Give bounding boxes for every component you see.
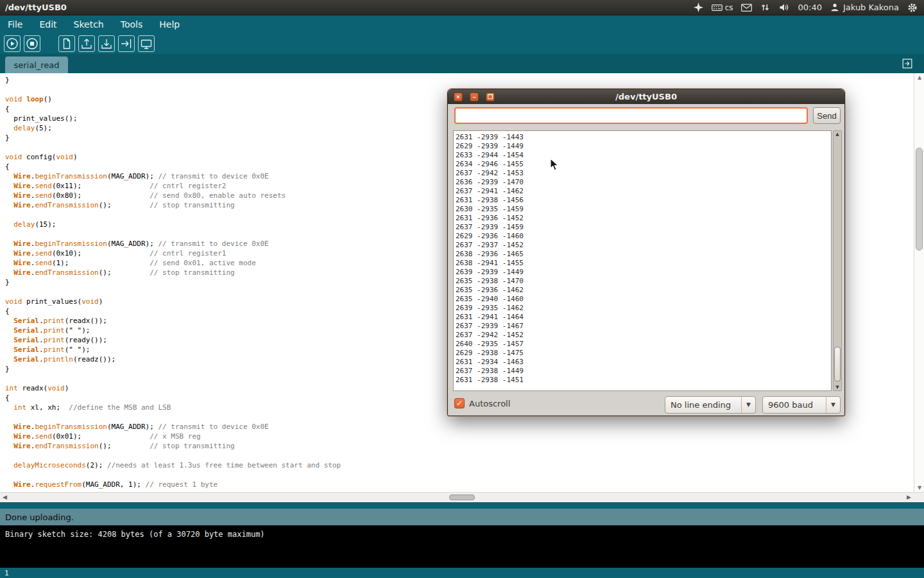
- baud-rate-dropdown[interactable]: 9600 baud ▼: [762, 396, 841, 414]
- baud-rate-value: 9600 baud: [763, 400, 826, 410]
- user-menu[interactable]: Jakub Kakona: [830, 3, 899, 12]
- serial-scroll-up-icon[interactable]: ▲: [834, 132, 841, 137]
- serial-send-input[interactable]: [454, 107, 808, 124]
- screen: /dev/ttyUSB0 cs 00:40: [0, 0, 924, 578]
- mouse-cursor: [550, 158, 559, 171]
- menu-help[interactable]: Help: [159, 19, 180, 30]
- window-controls: × – ❒: [448, 92, 495, 101]
- editor-vertical-scrollbar[interactable]: ▲ ▼: [914, 73, 924, 492]
- save-button[interactable]: [98, 35, 115, 52]
- system-panel: /dev/ttyUSB0 cs 00:40: [0, 0, 924, 15]
- console-text: Binary sketch size: 4208 bytes (of a 307…: [5, 530, 265, 539]
- toolbar: [0, 33, 924, 54]
- autoscroll-checkbox[interactable]: ✓: [454, 398, 465, 408]
- menu-bar: File Edit Sketch Tools Help: [0, 15, 924, 33]
- keyboard-icon: [712, 3, 723, 12]
- menu-tools[interactable]: Tools: [121, 19, 143, 30]
- verify-button[interactable]: [4, 35, 21, 52]
- clock-indicator[interactable]: 00:40: [798, 3, 821, 12]
- menu-sketch[interactable]: Sketch: [74, 19, 104, 30]
- tab-serial-read[interactable]: serial_read: [5, 57, 68, 73]
- serial-scroll-thumb[interactable]: [834, 347, 841, 381]
- tab-strip: serial_read: [0, 54, 924, 73]
- horizontal-scroll-thumb[interactable]: [449, 495, 475, 500]
- status-divider: [0, 502, 924, 509]
- open-button[interactable]: [78, 35, 95, 52]
- line-ending-dropdown[interactable]: No line ending ▼: [665, 396, 756, 414]
- upload-button[interactable]: [118, 35, 135, 52]
- console-output: Binary sketch size: 4208 bytes (of a 307…: [0, 525, 924, 568]
- minimize-button[interactable]: –: [470, 92, 479, 101]
- scroll-up-icon[interactable]: ▲: [914, 74, 924, 80]
- editor-horizontal-scrollbar[interactable]: ◀ ▶: [0, 492, 924, 502]
- scroll-down-icon[interactable]: ▼: [914, 485, 924, 491]
- keyboard-layout-label: cs: [725, 3, 733, 12]
- user-icon: [830, 3, 839, 12]
- autoscroll-label: Autoscroll: [469, 399, 510, 408]
- status-bar: Done uploading.: [0, 509, 924, 525]
- current-line-number: 1: [4, 569, 9, 577]
- volume-icon[interactable]: [778, 3, 789, 12]
- chevron-down-icon: ▼: [826, 397, 840, 413]
- keyboard-layout-indicator[interactable]: cs: [712, 3, 733, 12]
- line-indicator-bar: 1: [0, 568, 924, 578]
- network-sync-icon[interactable]: [760, 3, 770, 12]
- mail-icon[interactable]: [741, 3, 752, 12]
- user-name-label: Jakub Kakona: [843, 3, 899, 12]
- serial-monitor-button[interactable]: [138, 35, 155, 52]
- serial-monitor-titlebar[interactable]: /dev/ttyUSB0 × – ❒: [448, 89, 844, 104]
- serial-scroll-down-icon[interactable]: ▼: [834, 385, 841, 390]
- new-sketch-button[interactable]: [58, 35, 75, 52]
- scroll-right-icon[interactable]: ▶: [907, 494, 911, 500]
- status-message: Done uploading.: [5, 512, 74, 522]
- indicator-star-icon[interactable]: [694, 3, 703, 12]
- chevron-down-icon: ▼: [741, 397, 755, 413]
- scroll-left-icon[interactable]: ◀: [3, 494, 7, 500]
- stop-button[interactable]: [24, 35, 40, 52]
- serial-output[interactable]: 2631 -2939 -14432629 -2939 -14492633 -29…: [453, 130, 832, 391]
- vertical-scroll-thumb[interactable]: [916, 148, 923, 250]
- menu-edit[interactable]: Edit: [39, 19, 56, 30]
- serial-monitor-title: /dev/ttyUSB0: [448, 92, 844, 101]
- panel-window-title: /dev/ttyUSB0: [0, 3, 67, 12]
- line-ending-value: No line ending: [665, 400, 741, 410]
- system-tray: cs 00:40 Jakub Kakona: [694, 3, 924, 13]
- tab-label: serial_read: [13, 60, 59, 70]
- gear-icon[interactable]: [907, 3, 918, 13]
- maximize-button[interactable]: ❒: [486, 92, 495, 101]
- tab-menu-button[interactable]: [901, 57, 914, 70]
- menu-file[interactable]: File: [8, 19, 22, 30]
- serial-output-scrollbar[interactable]: ▲ ▼: [833, 130, 842, 391]
- serial-monitor-window: /dev/ttyUSB0 × – ❒ Send 2631 -2939 -1443…: [447, 89, 845, 416]
- send-button[interactable]: Send: [813, 107, 841, 124]
- close-button[interactable]: ×: [454, 92, 463, 101]
- serial-monitor-footer: ✓ Autoscroll No line ending ▼ 9600 baud …: [448, 395, 844, 416]
